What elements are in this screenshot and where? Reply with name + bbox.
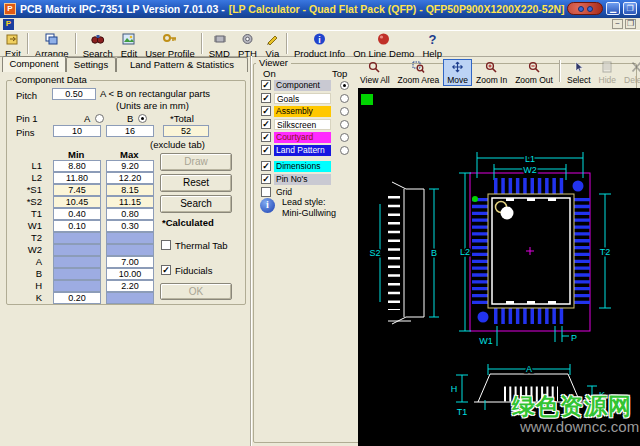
- demo-ball-icon: [376, 32, 391, 48]
- silkscreen-top-radio[interactable]: [340, 120, 349, 129]
- search-button[interactable]: Search: [79, 32, 117, 56]
- land-pattern-layer-checkbox[interactable]: [261, 145, 271, 155]
- select-button[interactable]: Select: [563, 59, 595, 86]
- l2-min-field[interactable]: 11.80: [53, 172, 101, 184]
- component-layer-label: Component: [274, 80, 331, 91]
- draw-button[interactable]: Draw: [160, 153, 232, 171]
- w1-max-field[interactable]: 0.30: [106, 220, 154, 232]
- l2-max-field[interactable]: 12.20: [106, 172, 154, 184]
- goals-top-radio[interactable]: [340, 94, 349, 103]
- user-profile-key-icon: [162, 32, 177, 48]
- pitch-field[interactable]: 0.50: [52, 88, 96, 100]
- t1-max-field[interactable]: 0.80: [106, 208, 154, 220]
- pins-b-field[interactable]: 16: [106, 125, 154, 137]
- h-max-field[interactable]: 2.20: [106, 280, 154, 292]
- pin-numbers-layer-label: Pin No's: [274, 174, 331, 185]
- select-cursor-icon: [572, 61, 585, 75]
- pins-a-field[interactable]: 10: [53, 125, 101, 137]
- delete-button[interactable]: Delete: [620, 59, 640, 86]
- t1-min-field[interactable]: 0.40: [53, 208, 101, 220]
- dimensions-layer-label: Dimensions: [274, 161, 331, 172]
- s2-min-field[interactable]: 10.45: [53, 196, 101, 208]
- help-button[interactable]: ? Help: [418, 32, 446, 56]
- s1-max-field[interactable]: 8.15: [106, 184, 154, 196]
- zoom-in-button[interactable]: Zoom In: [472, 59, 511, 86]
- total-field: 52: [163, 125, 209, 137]
- child-restore-button[interactable]: ❐: [625, 19, 636, 29]
- grid-checkbox[interactable]: [261, 187, 271, 197]
- search-parts-button[interactable]: Search: [160, 195, 232, 213]
- b-max-field[interactable]: 10.00: [106, 268, 154, 280]
- tab-settings[interactable]: Settings: [66, 57, 116, 72]
- fiducial-top-right: [573, 181, 584, 192]
- t2-min-field: [53, 232, 101, 244]
- s1-min-field[interactable]: 7.45: [53, 184, 101, 196]
- pins-label: Pins: [16, 127, 34, 138]
- courtyard-top-radio[interactable]: [340, 133, 349, 142]
- toolbar-separator: [286, 33, 288, 54]
- minimize-button[interactable]: ▁: [606, 2, 620, 15]
- dim-label-t1: T1: [457, 407, 468, 417]
- goals-layer-label: Goals: [274, 93, 331, 104]
- via-button[interactable]: Via: [261, 32, 284, 56]
- reset-button[interactable]: Reset: [160, 174, 232, 192]
- k-min-field[interactable]: 0.20: [53, 292, 101, 304]
- w1-min-field[interactable]: 0.10: [53, 220, 101, 232]
- land-pattern-top-radio[interactable]: [340, 146, 349, 155]
- view-all-button[interactable]: View All: [356, 59, 394, 86]
- pitch-label: Pitch: [16, 90, 37, 101]
- exit-button[interactable]: Exit: [1, 32, 25, 56]
- thermal-tab-checkbox[interactable]: [161, 240, 171, 250]
- pin1-label: Pin 1: [16, 113, 38, 124]
- zoom-area-button[interactable]: Zoom Area: [394, 59, 444, 86]
- online-demo-button[interactable]: On Line Demo: [349, 32, 418, 56]
- courtyard-layer-checkbox[interactable]: [261, 132, 271, 142]
- a-max-field[interactable]: 7.00: [106, 256, 154, 268]
- window-skin-buttons[interactable]: [567, 2, 603, 15]
- fiducials-label: Fiducials: [175, 265, 213, 276]
- dimensions-layer-checkbox[interactable]: [261, 161, 271, 171]
- edit-button[interactable]: Edit: [117, 32, 141, 56]
- pin1-a-radio[interactable]: [95, 114, 104, 123]
- assembly-top-radio[interactable]: [340, 107, 349, 116]
- assembly-layer-checkbox[interactable]: [261, 106, 271, 116]
- s2-max-field[interactable]: 11.15: [106, 196, 154, 208]
- hide-button[interactable]: Hide: [595, 59, 620, 86]
- land-pattern-layer-label: Land Pattern: [274, 145, 331, 156]
- child-minimize-button[interactable]: −: [612, 19, 623, 29]
- maximize-button[interactable]: ❐: [623, 2, 637, 15]
- silkscreen-layer-label: Silkscreen: [274, 119, 331, 130]
- dim-label-l1: L1: [525, 154, 535, 164]
- product-info-button[interactable]: i Product Info: [290, 32, 349, 56]
- tab-land-pattern-statistics[interactable]: Land Pattern & Statistics: [116, 57, 248, 72]
- row-label-b: B: [8, 268, 42, 279]
- pin-numbers-layer-checkbox[interactable]: [261, 174, 271, 184]
- ok-button[interactable]: OK: [160, 283, 232, 300]
- row-label-s1: *S1: [8, 184, 42, 195]
- silkscreen-layer-checkbox[interactable]: [261, 119, 271, 129]
- move-button[interactable]: Move: [443, 59, 472, 86]
- arrange-button[interactable]: Arrange: [31, 32, 73, 56]
- dim-label-l2: L2: [460, 247, 470, 257]
- l1-min-field[interactable]: 8.80: [53, 160, 101, 172]
- row-label-t1: T1: [8, 208, 42, 219]
- view-all-icon: [368, 61, 381, 75]
- zoom-out-button[interactable]: Zoom Out: [511, 59, 557, 86]
- user-profile-button[interactable]: User Profile: [141, 32, 199, 56]
- zoom-out-icon: [528, 61, 541, 75]
- toolbar-separator: [559, 60, 561, 82]
- l1-max-field[interactable]: 9.20: [106, 160, 154, 172]
- component-layer-checkbox[interactable]: [261, 80, 271, 90]
- smd-button[interactable]: SMD: [205, 32, 234, 56]
- fiducials-checkbox[interactable]: [161, 265, 171, 275]
- pth-button[interactable]: PTH: [234, 32, 261, 56]
- pin1-b-radio[interactable]: [138, 114, 147, 123]
- fiducial-bottom-left: [478, 312, 489, 323]
- tab-component[interactable]: Component: [2, 56, 66, 72]
- goals-layer-checkbox[interactable]: [261, 93, 271, 103]
- row-label-a: A: [8, 256, 42, 267]
- component-top-radio[interactable]: [340, 81, 349, 90]
- dim-label-t2: T2: [600, 247, 611, 257]
- info-ball-icon: i: [312, 32, 327, 48]
- toolbar-separator: [75, 33, 77, 54]
